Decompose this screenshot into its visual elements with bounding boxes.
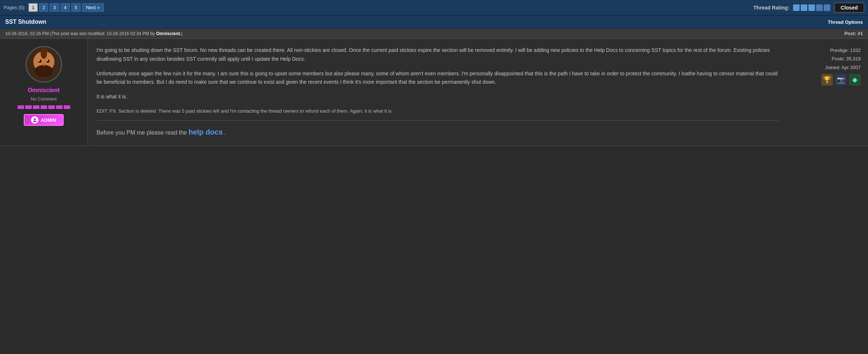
thread-rating-area: Thread Rating: Closed bbox=[754, 3, 864, 13]
rating-stars bbox=[793, 4, 830, 11]
page-2-button[interactable]: 2 bbox=[39, 3, 48, 12]
admin-badge: ADMIN bbox=[24, 114, 64, 126]
svg-point-3 bbox=[38, 60, 41, 63]
post-meta-bar: 10-28-2016, 02:26 PM (This post was last… bbox=[0, 29, 868, 39]
user-prestige: Prestige: 1332 bbox=[788, 46, 861, 54]
svg-point-6 bbox=[46, 60, 48, 61]
user-pips bbox=[18, 105, 70, 109]
pip-7 bbox=[64, 105, 70, 109]
signature-after-text: . bbox=[224, 129, 226, 136]
svg-point-4 bbox=[46, 60, 49, 63]
svg-rect-11 bbox=[33, 121, 37, 122]
star-3 bbox=[808, 4, 815, 11]
next-button[interactable]: Next » bbox=[82, 3, 104, 12]
help-docs-link[interactable]: help docs bbox=[189, 128, 223, 136]
badge-icon-2: 📷 bbox=[835, 74, 847, 86]
thread-options-button[interactable]: Thread Options bbox=[828, 19, 863, 25]
pip-4 bbox=[41, 105, 47, 109]
post-modified-text: (This post was last modified: 10-28-2016… bbox=[50, 31, 183, 36]
signature-before-text: Before you PM me please read the bbox=[97, 129, 187, 136]
pip-5 bbox=[48, 105, 55, 109]
avatar-svg bbox=[27, 48, 60, 81]
badge-icon-3: ◆ bbox=[849, 74, 861, 86]
badge-icon-1: 🏆 bbox=[821, 74, 833, 86]
admin-icon-svg bbox=[32, 117, 37, 123]
page-3-button[interactable]: 3 bbox=[50, 3, 59, 12]
thread-title-bar: SST Shutdown Thread Options bbox=[0, 16, 868, 29]
star-4 bbox=[816, 4, 823, 11]
pip-1 bbox=[18, 105, 24, 109]
pip-2 bbox=[25, 105, 32, 109]
pages-label: Pages (5): bbox=[4, 5, 26, 10]
top-bar: Pages (5): 1 2 3 4 5 Next » Thread Ratin… bbox=[0, 0, 868, 16]
user-sidebar: Omniscient No Comment ADMIN bbox=[0, 39, 88, 146]
user-badges-row: 🏆 📷 ◆ bbox=[788, 74, 861, 86]
user-joined: Joined: Apr 2007 bbox=[788, 63, 861, 72]
page-1-button[interactable]: 1 bbox=[29, 3, 38, 12]
star-5 bbox=[824, 4, 830, 11]
thread-title: SST Shutdown bbox=[5, 19, 46, 25]
pip-6 bbox=[56, 105, 63, 109]
svg-point-9 bbox=[40, 69, 48, 75]
star-2 bbox=[801, 4, 807, 11]
post-paragraph-3: It is what it is. bbox=[97, 93, 779, 101]
user-posts: Posts: 35,319 bbox=[788, 54, 861, 63]
user-title-text: No Comment bbox=[31, 97, 57, 102]
post-paragraph-1: I'm going to be shutting down the SST fo… bbox=[97, 46, 779, 64]
post-meta-left: 10-28-2016, 02:26 PM (This post was last… bbox=[5, 31, 183, 36]
page-4-button[interactable]: 4 bbox=[61, 3, 70, 12]
svg-point-10 bbox=[34, 118, 36, 120]
svg-point-7 bbox=[42, 64, 45, 66]
post-area: Omniscient No Comment ADMIN I'm going to… bbox=[0, 39, 868, 146]
post-date: 10-28-2016, 02:26 PM bbox=[5, 31, 49, 36]
post-edit-note: EDIT: F'it. Section is deleted. There wa… bbox=[97, 107, 779, 115]
username[interactable]: Omniscient bbox=[28, 87, 60, 94]
page-5-button[interactable]: 5 bbox=[71, 3, 80, 12]
user-stats: Prestige: 1332 Posts: 35,319 Joined: Apr… bbox=[788, 39, 868, 146]
pagination: Pages (5): 1 2 3 4 5 Next » bbox=[4, 3, 104, 12]
thread-rating-label: Thread Rating: bbox=[754, 5, 790, 11]
post-signature: Before you PM me please read the help do… bbox=[97, 120, 779, 138]
post-modified-by: Omniscient. bbox=[156, 31, 181, 36]
svg-point-5 bbox=[38, 60, 40, 61]
admin-label: ADMIN bbox=[41, 117, 56, 123]
pip-3 bbox=[33, 105, 39, 109]
post-content: I'm going to be shutting down the SST fo… bbox=[88, 39, 788, 146]
star-1 bbox=[793, 4, 800, 11]
post-number: Post: #1 bbox=[844, 31, 863, 36]
user-avatar bbox=[26, 46, 62, 83]
admin-icon bbox=[31, 116, 38, 124]
closed-badge: Closed bbox=[834, 3, 864, 13]
post-paragraph-2: Unfortunately once again the few ruin it… bbox=[97, 69, 779, 87]
